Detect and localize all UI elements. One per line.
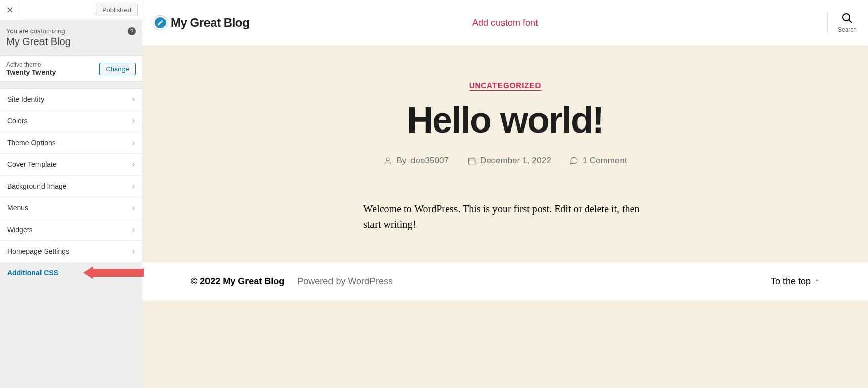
to-top-label: To the top bbox=[771, 276, 811, 287]
primary-nav: Add custom font bbox=[472, 18, 538, 28]
comment-icon bbox=[569, 156, 578, 165]
by-label: By bbox=[396, 156, 406, 166]
svg-point-0 bbox=[843, 14, 850, 21]
customizing-site-name: My Great Blog bbox=[6, 36, 136, 48]
chevron-right-icon: › bbox=[132, 203, 135, 212]
customizing-label: You are customizing bbox=[6, 27, 136, 35]
sidebar-item-homepage-settings[interactable]: Homepage Settings› bbox=[0, 241, 142, 263]
sidebar-item-label: Background Image bbox=[7, 182, 67, 190]
publish-status-button[interactable]: Published bbox=[96, 4, 138, 16]
sidebar-top-bar: ✕ Published bbox=[0, 0, 142, 20]
calendar-icon bbox=[467, 156, 476, 165]
search-icon bbox=[841, 12, 853, 24]
post-title[interactable]: Hello world! bbox=[162, 99, 848, 141]
site-header: My Great Blog Add custom font Search bbox=[142, 0, 868, 46]
person-icon bbox=[383, 156, 392, 165]
edit-shortcut-icon[interactable] bbox=[153, 16, 168, 30]
chevron-right-icon: › bbox=[132, 95, 135, 104]
active-theme-label: Active theme bbox=[6, 61, 56, 68]
author-link[interactable]: dee35007 bbox=[410, 156, 449, 166]
site-footer: © 2022 My Great Blog Powered by WordPres… bbox=[142, 262, 868, 301]
sidebar-item-additional-css[interactable]: Additional CSS bbox=[0, 263, 142, 283]
footer-left: © 2022 My Great Blog Powered by WordPres… bbox=[191, 276, 393, 287]
sidebar-item-background-image[interactable]: Background Image› bbox=[0, 176, 142, 197]
site-brand[interactable]: My Great Blog bbox=[153, 16, 250, 30]
sidebar-item-label: Menus bbox=[7, 204, 28, 212]
chevron-right-icon: › bbox=[132, 225, 135, 234]
sidebar-item-widgets[interactable]: Widgets› bbox=[0, 219, 142, 241]
active-theme-row: Active theme Twenty Twenty Change bbox=[0, 56, 142, 82]
sidebar-item-colors[interactable]: Colors› bbox=[0, 110, 142, 132]
sidebar-item-theme-options[interactable]: Theme Options› bbox=[0, 132, 142, 154]
nav-link-add-font[interactable]: Add custom font bbox=[472, 18, 538, 28]
to-top-link[interactable]: To the top ↑ bbox=[771, 276, 819, 287]
post-meta: By dee35007 December 1, 2022 1 Comment bbox=[162, 156, 848, 166]
sidebar-item-site-identity[interactable]: Site Identity› bbox=[0, 89, 142, 110]
search-label: Search bbox=[838, 26, 857, 33]
preview-pane: My Great Blog Add custom font Search UNC… bbox=[142, 0, 868, 388]
sidebar-item-label: Cover Template bbox=[7, 160, 57, 168]
svg-point-2 bbox=[386, 158, 389, 161]
search-toggle[interactable]: Search bbox=[827, 12, 857, 33]
svg-line-1 bbox=[849, 20, 852, 23]
arrow-up-icon: ↑ bbox=[815, 276, 819, 287]
post-content: Welcome to WordPress. This is your first… bbox=[363, 201, 647, 232]
site-title[interactable]: My Great Blog bbox=[171, 16, 250, 30]
chevron-right-icon: › bbox=[132, 247, 135, 256]
sidebar-item-label: Widgets bbox=[7, 226, 33, 234]
footer-spacer bbox=[142, 301, 868, 388]
post-author: By dee35007 bbox=[383, 156, 448, 166]
post-category-link[interactable]: UNCATEGORIZED bbox=[469, 81, 542, 90]
footer-copyright: © 2022 My Great Blog bbox=[191, 276, 284, 286]
chevron-right-icon: › bbox=[132, 182, 135, 191]
post-date: December 1, 2022 bbox=[467, 156, 551, 166]
sidebar-item-label: Theme Options bbox=[7, 139, 56, 147]
sidebar-item-cover-template[interactable]: Cover Template› bbox=[0, 154, 142, 176]
customizer-sidebar: ✕ Published You are customizing My Great… bbox=[0, 0, 142, 388]
sidebar-item-label: Homepage Settings bbox=[7, 247, 69, 255]
change-theme-button[interactable]: Change bbox=[99, 63, 136, 75]
footer-powered-link[interactable]: Powered by WordPress bbox=[297, 276, 393, 286]
comments-link[interactable]: 1 Comment bbox=[583, 156, 627, 166]
svg-rect-3 bbox=[468, 158, 475, 164]
active-theme-name: Twenty Twenty bbox=[6, 68, 56, 76]
help-icon[interactable]: ? bbox=[128, 27, 136, 35]
callout-arrow bbox=[83, 266, 144, 279]
chevron-right-icon: › bbox=[132, 116, 135, 125]
chevron-right-icon: › bbox=[132, 160, 135, 169]
sidebar-intro: You are customizing My Great Blog ? bbox=[0, 20, 142, 56]
sidebar-menu: Site Identity›Colors›Theme Options›Cover… bbox=[0, 88, 142, 283]
sidebar-item-label: Additional CSS bbox=[7, 269, 58, 277]
date-link[interactable]: December 1, 2022 bbox=[480, 156, 551, 166]
sidebar-item-label: Colors bbox=[7, 117, 27, 125]
sidebar-item-menus[interactable]: Menus› bbox=[0, 197, 142, 219]
sidebar-item-label: Site Identity bbox=[7, 95, 44, 103]
post-comments: 1 Comment bbox=[569, 156, 627, 166]
chevron-right-icon: › bbox=[132, 138, 135, 147]
post-area: UNCATEGORIZED Hello world! By dee35007 D… bbox=[142, 46, 868, 262]
close-button[interactable]: ✕ bbox=[0, 0, 20, 20]
